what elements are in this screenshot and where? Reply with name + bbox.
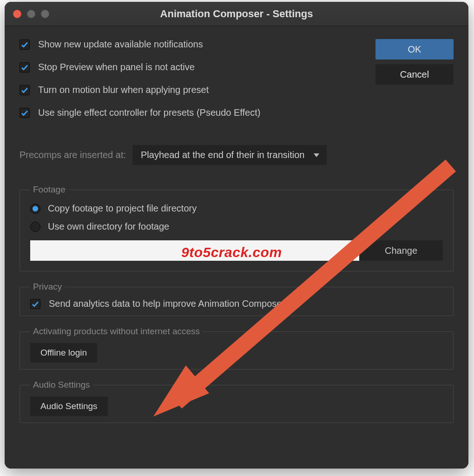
label-stop-preview: Stop Preview when panel is not active	[38, 62, 195, 73]
checkbox-motion-blur[interactable]	[20, 85, 30, 95]
check-icon	[20, 86, 29, 94]
label-own-directory: Use own directory for footage	[48, 221, 169, 232]
footage-legend: Footage	[30, 185, 68, 195]
check-icon	[31, 300, 40, 308]
check-icon	[20, 109, 29, 117]
cancel-button[interactable]: Cancel	[375, 64, 454, 85]
offline-login-button[interactable]: Offline login	[30, 343, 97, 363]
check-icon	[20, 40, 29, 49]
audio-settings-button[interactable]: Audio Settings	[30, 397, 108, 416]
label-motion-blur: Turn on motion blur when applying preset	[38, 85, 209, 95]
activation-group: Activating products without internet acc…	[20, 326, 454, 370]
checkbox-single-effect[interactable]	[20, 108, 30, 118]
titlebar: Animation Composer - Settings	[5, 2, 468, 26]
precomps-label: Precomps are inserted at:	[20, 150, 126, 160]
activation-legend: Activating products without internet acc…	[30, 326, 203, 337]
check-icon	[20, 63, 29, 72]
checkbox-analytics[interactable]	[30, 299, 40, 309]
ok-button[interactable]: OK	[375, 39, 454, 60]
checkbox-update-notifications[interactable]	[20, 40, 30, 50]
radio-copy-footage[interactable]	[30, 204, 40, 214]
window-title: Animation Composer - Settings	[5, 8, 468, 20]
content-area: Show new update available notifications …	[5, 26, 468, 469]
watermark-text: 9to5crack.com	[181, 245, 282, 260]
settings-window: Animation Composer - Settings Show new u…	[5, 2, 468, 469]
checkbox-stop-preview[interactable]	[20, 62, 30, 73]
change-button[interactable]: Change	[359, 240, 443, 261]
audio-legend: Audio Settings	[30, 380, 93, 390]
precomps-selected: Playhead at the end of their in transiti…	[141, 150, 304, 160]
label-update-notifications: Show new update available notifications	[38, 39, 203, 50]
audio-group: Audio Settings Audio Settings	[20, 380, 454, 423]
privacy-legend: Privacy	[30, 282, 65, 292]
label-analytics: Send analytics data to help improve Anim…	[49, 298, 285, 309]
label-copy-footage: Copy footage to project file directory	[48, 203, 197, 214]
label-single-effect: Use single effect controller for presets…	[38, 107, 260, 118]
precomps-dropdown[interactable]: Playhead at the end of their in transiti…	[132, 145, 327, 165]
radio-own-directory[interactable]	[30, 222, 40, 232]
privacy-group: Privacy Send analytics data to help impr…	[20, 282, 454, 316]
